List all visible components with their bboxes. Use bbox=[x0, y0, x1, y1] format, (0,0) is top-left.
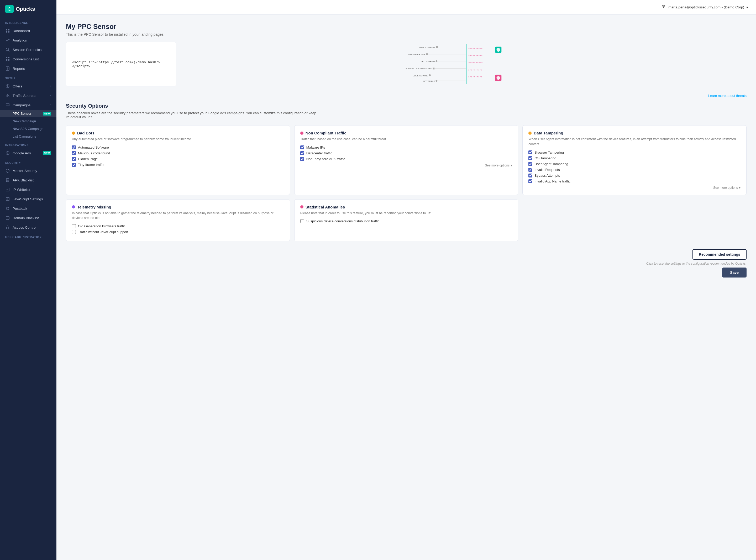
checkbox-label: Datacenter traffic bbox=[306, 151, 332, 155]
sidebar-item-access-control[interactable]: Access Control bbox=[0, 223, 57, 232]
svg-rect-7 bbox=[7, 57, 9, 58]
dashboard-icon bbox=[5, 28, 10, 33]
svg-rect-33 bbox=[436, 46, 438, 48]
sidebar-sub-item-label: New S2S Campaign bbox=[13, 127, 43, 131]
card-color-dot bbox=[300, 205, 303, 208]
checkbox-tiny-iframe: Tiny Iframe traffic bbox=[72, 163, 284, 167]
checkbox-input[interactable] bbox=[300, 157, 304, 161]
checkbox-input[interactable] bbox=[300, 151, 304, 155]
grid-icon bbox=[5, 57, 10, 61]
checkbox-input[interactable] bbox=[528, 151, 532, 154]
code-snippet[interactable]: <script src="https://test.com/j/demo_has… bbox=[66, 42, 176, 86]
sidebar-item-conversions-list[interactable]: Conversions List bbox=[0, 54, 57, 64]
learn-more-threats-link[interactable]: Learn more about threats bbox=[66, 94, 747, 98]
checkbox-label: Invalid Requests bbox=[534, 168, 560, 172]
checkbox-label: Automated Software bbox=[78, 145, 109, 149]
sidebar-item-label: Conversions List bbox=[13, 57, 39, 61]
checkbox-ua-tampering: User Agent Tampering bbox=[528, 162, 740, 166]
sidebar-item-ip-whitelist[interactable]: IP IP Whitelist bbox=[0, 185, 57, 194]
user-menu[interactable]: marta.pena@optickssecurity.com - (Demo C… bbox=[661, 4, 748, 11]
sidebar-item-label: Session Forensics bbox=[13, 48, 41, 52]
svg-text:IP: IP bbox=[6, 189, 8, 191]
save-button[interactable]: Save bbox=[722, 267, 747, 278]
recommended-settings-button[interactable]: Recommended settings bbox=[693, 249, 747, 260]
card-color-dot bbox=[72, 132, 75, 135]
checkbox-input[interactable] bbox=[72, 163, 76, 167]
sidebar-item-reports[interactable]: Reports bbox=[0, 64, 57, 73]
svg-rect-10 bbox=[6, 60, 7, 61]
checkbox-input[interactable] bbox=[528, 168, 532, 172]
sidebar-item-label: Domain Blacklist bbox=[13, 216, 39, 220]
svg-rect-0 bbox=[6, 29, 7, 31]
svg-rect-9 bbox=[7, 59, 9, 60]
analytics-icon bbox=[5, 38, 10, 42]
card-color-dot bbox=[300, 132, 303, 135]
checkbox-automated-software: Automated Software bbox=[72, 145, 284, 149]
sidebar-sub-item-new-s2s-campaign[interactable]: New S2S Campaign bbox=[0, 125, 57, 133]
sidebar-item-label: Dashboard bbox=[13, 29, 30, 33]
sidebar-item-postback[interactable]: Postback bbox=[0, 204, 57, 213]
card-header: Data Tampering bbox=[528, 131, 740, 135]
threat-diagram: PIXEL STUFFING NON-VISIBLE ADS GEO MASKI… bbox=[181, 42, 747, 86]
sidebar-item-traffic-sources[interactable]: Traffic Sources › bbox=[0, 91, 57, 100]
see-more-options[interactable]: See more options ▾ bbox=[528, 186, 740, 189]
svg-text:JS: JS bbox=[6, 198, 8, 200]
section-label-intelligence: INTELLIGENCE bbox=[0, 18, 57, 26]
checkbox-input[interactable] bbox=[72, 157, 76, 161]
checkbox-input[interactable] bbox=[300, 219, 304, 223]
checkbox-input[interactable] bbox=[528, 179, 532, 183]
checkbox-input[interactable] bbox=[528, 156, 532, 160]
checkbox-input[interactable] bbox=[528, 174, 532, 178]
sidebar-item-dashboard[interactable]: Dashboard bbox=[0, 26, 57, 36]
card-header: Telemetry Missing bbox=[72, 205, 284, 209]
checkbox-label: User Agent Tampering bbox=[534, 162, 568, 166]
checkbox-label: Old Generation Browsers traffic bbox=[78, 224, 125, 228]
svg-text:>>>>>>>>>>: >>>>>>>>>> bbox=[469, 47, 483, 50]
sidebar-item-campaigns[interactable]: Campaigns ˅ bbox=[0, 100, 57, 110]
checkbox-hidden-page: Hidden Page bbox=[72, 157, 284, 161]
card-header: Non Compliant Traffic bbox=[300, 131, 512, 135]
checkbox-input[interactable] bbox=[72, 230, 76, 234]
see-more-options[interactable]: See more options ▾ bbox=[300, 164, 512, 167]
access-icon bbox=[5, 225, 10, 230]
sidebar-sub-item-ppc-sensor[interactable]: PPC Sensor NEW bbox=[0, 110, 57, 117]
telemetry-missing-card: Telemetry Missing In case that Opticks i… bbox=[66, 199, 290, 242]
sidebar-item-apk-blacklist[interactable]: APK APK Blacklist bbox=[0, 175, 57, 185]
sidebar-sub-item-new-campaign[interactable]: New Campaign bbox=[0, 117, 57, 125]
checkbox-old-gen-browsers: Old Generation Browsers traffic bbox=[72, 224, 284, 228]
checkbox-input[interactable] bbox=[300, 145, 304, 149]
sidebar-item-analytics[interactable]: Analytics bbox=[0, 36, 57, 45]
card-description: In case that Opticks is not able to gath… bbox=[72, 211, 284, 221]
postback-icon bbox=[5, 206, 10, 211]
svg-text:>>>>>>>>>>: >>>>>>>>>> bbox=[469, 76, 483, 78]
checkbox-os-tampering: OS Tampering bbox=[528, 156, 740, 160]
sidebar-sub-item-label: New Campaign bbox=[13, 119, 36, 123]
sidebar-item-master-security[interactable]: Master Security bbox=[0, 166, 57, 175]
checkbox-input[interactable] bbox=[528, 162, 532, 166]
svg-text:>>>>>>>>>>: >>>>>>>>>> bbox=[469, 54, 483, 57]
checkbox-label: OS Tampering bbox=[534, 156, 556, 160]
domain-icon bbox=[5, 216, 10, 220]
sidebar-item-domain-blacklist[interactable]: Domain Blacklist bbox=[0, 213, 57, 223]
card-color-dot bbox=[528, 132, 532, 135]
card-description: Please note that in order to use this fe… bbox=[300, 211, 512, 216]
sidebar-item-google-ads[interactable]: Google Ads NEW bbox=[0, 148, 57, 158]
checkbox-input[interactable] bbox=[72, 151, 76, 155]
checkbox-malicious-code: Malicious code found bbox=[72, 151, 284, 155]
sidebar-item-offers[interactable]: Offers › bbox=[0, 81, 57, 91]
checkbox-input[interactable] bbox=[72, 224, 76, 228]
card-title: Telemetry Missing bbox=[77, 205, 111, 209]
checkbox-input[interactable] bbox=[72, 145, 76, 149]
sidebar-item-label: Google Ads bbox=[13, 151, 31, 155]
svg-point-41 bbox=[429, 74, 431, 76]
security-cards-grid: Bad Bots Any automated piece of software… bbox=[66, 125, 747, 241]
brand-logo[interactable]: ⬡ Opticks bbox=[0, 0, 57, 18]
sidebar-item-session-forensics[interactable]: Session Forensics bbox=[0, 45, 57, 54]
chevron-right-icon: › bbox=[50, 94, 51, 97]
checkbox-malware-ips: Malware IPs bbox=[300, 145, 512, 149]
svg-text:NON-VISIBLE ADS: NON-VISIBLE ADS bbox=[408, 53, 425, 56]
checkbox-label: Malicious code found bbox=[78, 151, 110, 155]
sidebar-sub-item-list-campaigns[interactable]: List Campaigns bbox=[0, 133, 57, 140]
sidebar-item-javascript-settings[interactable]: JS JavaScript Settings bbox=[0, 194, 57, 204]
sidebar-item-label: Access Control bbox=[13, 225, 37, 229]
